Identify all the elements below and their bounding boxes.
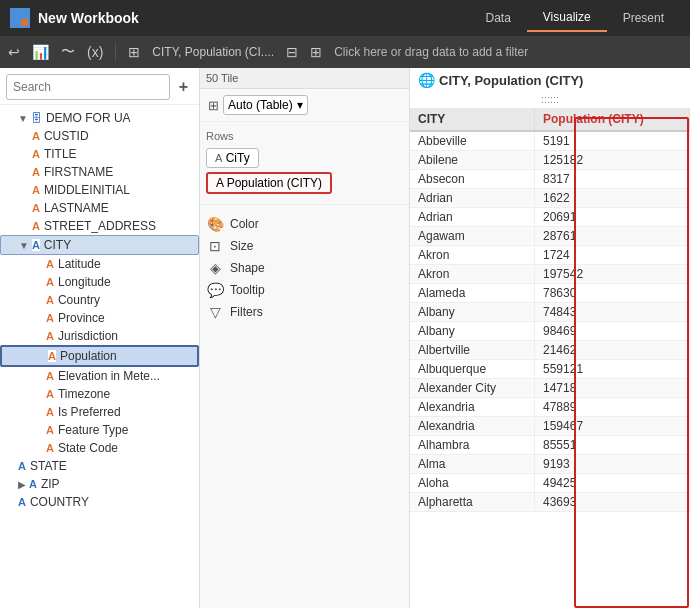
table-row: Albertville21462 bbox=[410, 341, 690, 360]
center-panel: 50 Tile ⊞ Auto (Table) ▾ Rows A CiTy A P… bbox=[200, 68, 410, 608]
cell-city: Abilene bbox=[410, 151, 535, 170]
auto-table-label: Auto (Table) bbox=[228, 98, 293, 112]
field-firstname[interactable]: A FIRSTNAME bbox=[0, 163, 199, 181]
type-icon-a: A bbox=[32, 184, 40, 196]
field-longitude[interactable]: A Longitude bbox=[0, 273, 199, 291]
app-icon bbox=[10, 8, 30, 28]
field-lastname[interactable]: A LASTNAME bbox=[0, 199, 199, 217]
field-custid[interactable]: A CUSTID bbox=[0, 127, 199, 145]
field-street-address[interactable]: A STREET_ADDRESS bbox=[0, 217, 199, 235]
table-row: Alameda78630 bbox=[410, 284, 690, 303]
city-pill[interactable]: A CiTy bbox=[206, 148, 259, 168]
field-label: Province bbox=[58, 311, 105, 325]
cell-city: Abbeville bbox=[410, 131, 535, 151]
field-label: Feature Type bbox=[58, 423, 129, 437]
datasource-label: DEMO FOR UA bbox=[46, 111, 131, 125]
field-label: MIDDLEINITIAL bbox=[44, 183, 130, 197]
cell-population: 28761 bbox=[535, 227, 690, 246]
table-icon[interactable]: ⊞ bbox=[128, 44, 140, 60]
field-jurisdiction[interactable]: A Jurisdiction bbox=[0, 327, 199, 345]
field-label: CITY bbox=[44, 238, 71, 252]
cell-city: Aloha bbox=[410, 474, 535, 493]
field-country-top[interactable]: A COUNTRY bbox=[0, 493, 199, 511]
sheet-tab-label[interactable]: CITY, Population (CI.... bbox=[152, 45, 274, 59]
field-country[interactable]: A Country bbox=[0, 291, 199, 309]
table-container[interactable]: CITY Population (CITY) Abbeville5191Abil… bbox=[410, 108, 690, 608]
top-bar: New Workbook Data Visualize Present bbox=[0, 0, 690, 36]
toolbar-separator bbox=[115, 43, 116, 61]
chart-icon[interactable]: 📊 bbox=[32, 44, 49, 60]
auto-table-dropdown[interactable]: Auto (Table) ▾ bbox=[223, 95, 308, 115]
tile-label: 50 Tile bbox=[206, 72, 238, 84]
field-featuretype[interactable]: A Feature Type bbox=[0, 421, 199, 439]
cell-population: 98469 bbox=[535, 322, 690, 341]
mark-size[interactable]: ⊡ Size bbox=[206, 235, 403, 257]
sidebar-top: + bbox=[0, 68, 199, 105]
cell-city: Albany bbox=[410, 322, 535, 341]
field-timezone[interactable]: A Timezone bbox=[0, 385, 199, 403]
mark-tooltip[interactable]: 💬 Tooltip bbox=[206, 279, 403, 301]
cell-population: 8317 bbox=[535, 170, 690, 189]
cell-city: Albertville bbox=[410, 341, 535, 360]
add-datasource-button[interactable]: + bbox=[174, 76, 193, 98]
field-label: Timezone bbox=[58, 387, 110, 401]
cell-population: 159467 bbox=[535, 417, 690, 436]
right-panel: 🌐 CITY, Population (CITY) :::::: CITY Po… bbox=[410, 68, 690, 608]
formula-icon[interactable]: (x) bbox=[87, 44, 103, 60]
data-title-icon: 🌐 bbox=[418, 72, 435, 88]
svg-rect-1 bbox=[21, 10, 28, 17]
cell-population: 85551 bbox=[535, 436, 690, 455]
cell-city: Albany bbox=[410, 303, 535, 322]
field-middleinitial[interactable]: A MIDDLEINITIAL bbox=[0, 181, 199, 199]
type-icon-geo: A bbox=[32, 239, 40, 251]
field-label: Is Preferred bbox=[58, 405, 121, 419]
rows-label: Rows bbox=[206, 130, 403, 142]
mark-color[interactable]: 🎨 Color bbox=[206, 213, 403, 235]
table-row: Akron1724 bbox=[410, 246, 690, 265]
field-title[interactable]: A TITLE bbox=[0, 145, 199, 163]
undo-icon[interactable]: ↩ bbox=[8, 44, 20, 60]
cell-city: Alhambra bbox=[410, 436, 535, 455]
table-row: Alpharetta43693 bbox=[410, 493, 690, 512]
wave-icon[interactable]: 〜 bbox=[61, 43, 75, 61]
field-ispreferred[interactable]: A Is Preferred bbox=[0, 403, 199, 421]
field-label: ZIP bbox=[41, 477, 60, 491]
mark-color-label: Color bbox=[230, 217, 259, 231]
field-statecode[interactable]: A State Code bbox=[0, 439, 199, 457]
nav-present[interactable]: Present bbox=[607, 4, 680, 32]
cell-population: 9193 bbox=[535, 455, 690, 474]
type-icon-a: A bbox=[32, 148, 40, 160]
field-zip[interactable]: ▶ A ZIP bbox=[0, 475, 199, 493]
layout2-icon[interactable]: ⊞ bbox=[310, 44, 322, 60]
layout-icon[interactable]: ⊟ bbox=[286, 44, 298, 60]
svg-rect-3 bbox=[21, 19, 28, 26]
field-population[interactable]: A Population bbox=[0, 345, 199, 367]
field-label: Latitude bbox=[58, 257, 101, 271]
type-icon-a: A bbox=[18, 496, 26, 508]
mark-shape-label: Shape bbox=[230, 261, 265, 275]
field-city-folder[interactable]: ▼ A CITY bbox=[0, 235, 199, 255]
nav-data[interactable]: Data bbox=[469, 4, 526, 32]
expand-triangle: ▼ bbox=[19, 240, 29, 251]
nav-visualize[interactable]: Visualize bbox=[527, 4, 607, 32]
search-input[interactable] bbox=[6, 74, 170, 100]
cell-city: Alameda bbox=[410, 284, 535, 303]
filter-hint[interactable]: Click here or drag data to add a filter bbox=[334, 45, 528, 59]
field-elevation[interactable]: A Elevation in Mete... bbox=[0, 367, 199, 385]
cell-city: Agawam bbox=[410, 227, 535, 246]
table-row: Albuquerque559121 bbox=[410, 360, 690, 379]
field-label: State Code bbox=[58, 441, 118, 455]
datasource-item[interactable]: ▼ 🗄 DEMO FOR UA bbox=[0, 109, 199, 127]
population-pill[interactable]: A Population (CITY) bbox=[206, 172, 332, 194]
shape-icon: ◈ bbox=[206, 260, 224, 276]
filter-icon: ▽ bbox=[206, 304, 224, 320]
col-city-header: CITY bbox=[410, 108, 535, 131]
mark-shape[interactable]: ◈ Shape bbox=[206, 257, 403, 279]
field-state[interactable]: A STATE bbox=[0, 457, 199, 475]
field-province[interactable]: A Province bbox=[0, 309, 199, 327]
field-label: Elevation in Mete... bbox=[58, 369, 160, 383]
mark-filters[interactable]: ▽ Filters bbox=[206, 301, 403, 323]
field-latitude[interactable]: A Latitude bbox=[0, 255, 199, 273]
table-row: Akron197542 bbox=[410, 265, 690, 284]
cell-population: 559121 bbox=[535, 360, 690, 379]
